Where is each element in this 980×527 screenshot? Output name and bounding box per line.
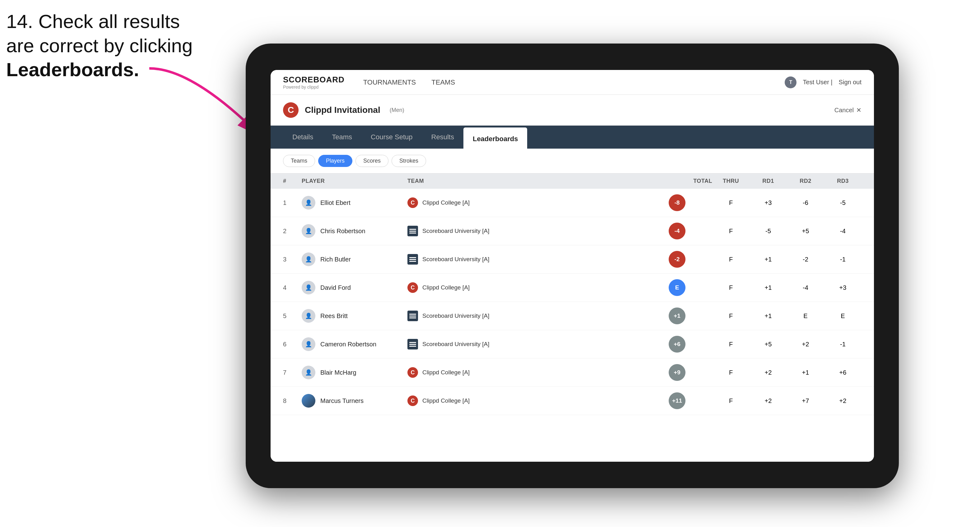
cancel-button[interactable]: Cancel ✕ [834, 106, 862, 114]
player-name: Blair McHarg [320, 369, 356, 376]
nav-teams[interactable]: TEAMS [431, 76, 455, 89]
nav-right: T Test User | Sign out [785, 76, 862, 88]
player-name: Marcus Turners [320, 397, 364, 405]
tab-leaderboards[interactable]: Leaderboards [463, 127, 528, 149]
table-row: 5 👤 Rees Britt Scoreboard University [A]… [270, 302, 874, 330]
header-player: PLAYER [302, 178, 407, 184]
rd2-cell: -6 [787, 199, 824, 206]
team-name: Clippd College [A] [422, 199, 469, 206]
rd3-cell: +6 [824, 369, 862, 376]
score-badge: E [669, 279, 686, 296]
table-row: 4 👤 David Ford C Clippd College [A] E F … [270, 274, 874, 302]
user-avatar: T [785, 76, 797, 88]
rd2-cell: +7 [787, 397, 824, 405]
rank: 4 [283, 284, 302, 291]
tournament-title-area: C Clippd Invitational (Men) [283, 102, 404, 118]
rd2-cell: -4 [787, 284, 824, 291]
player-avatar: 👤 [302, 309, 315, 323]
thru-cell: F [712, 199, 749, 206]
nav-links: TOURNAMENTS TEAMS [363, 76, 785, 89]
rank: 8 [283, 397, 302, 405]
player-avatar [302, 394, 315, 408]
total-cell: +1 [669, 308, 712, 324]
rd1-cell: +1 [749, 256, 787, 263]
player-avatar: 👤 [302, 281, 315, 294]
team-logo-clippd: C [407, 395, 418, 406]
rank: 7 [283, 369, 302, 376]
thru-cell: F [712, 341, 749, 348]
table-row: 8 Marcus Turners C Clippd College [A] +1… [270, 387, 874, 415]
table-row: 6 👤 Cameron Robertson Scoreboard Univers… [270, 330, 874, 359]
logo-area: SCOREBOARD Powered by clippd [283, 75, 345, 89]
nav-tournaments[interactable]: TOURNAMENTS [363, 76, 416, 89]
tournament-badge: (Men) [390, 107, 404, 113]
team-name: Scoreboard University [A] [422, 256, 489, 263]
header-rd3: RD3 [824, 178, 862, 184]
tab-course-setup[interactable]: Course Setup [361, 125, 422, 149]
player-name: Rich Butler [320, 256, 351, 263]
total-cell: +9 [669, 364, 712, 381]
user-label: Test User | [803, 79, 832, 86]
tab-details[interactable]: Details [283, 125, 323, 149]
rd1-cell: +5 [749, 341, 787, 348]
team-cell: C Clippd College [A] [407, 197, 669, 208]
player-cell: 👤 Rees Britt [302, 309, 407, 323]
team-cell: Scoreboard University [A] [407, 311, 669, 321]
rd3-cell: -1 [824, 256, 862, 263]
filter-strokes[interactable]: Strokes [391, 155, 426, 167]
total-cell: -8 [669, 194, 712, 211]
team-logo-sb [407, 339, 418, 349]
tab-results[interactable]: Results [422, 125, 463, 149]
top-nav: SCOREBOARD Powered by clippd TOURNAMENTS… [270, 70, 874, 95]
tournament-icon: C [283, 102, 299, 118]
team-cell: Scoreboard University [A] [407, 339, 669, 349]
instruction-text: 14. Check all results are correct by cli… [6, 10, 193, 82]
tab-teams[interactable]: Teams [323, 125, 361, 149]
tablet-frame: SCOREBOARD Powered by clippd TOURNAMENTS… [246, 43, 899, 488]
table-row: 7 👤 Blair McHarg C Clippd College [A] +9… [270, 359, 874, 387]
player-avatar: 👤 [302, 366, 315, 379]
team-logo-sb [407, 226, 418, 236]
score-badge: -2 [669, 251, 686, 268]
team-name: Scoreboard University [A] [422, 313, 489, 319]
thru-cell: F [712, 256, 749, 263]
rd3-cell: -1 [824, 341, 862, 348]
score-badge: +9 [669, 364, 686, 381]
rd1-cell: +3 [749, 199, 787, 206]
table-row: 2 👤 Chris Robertson Scoreboard Universit… [270, 217, 874, 245]
player-name: Elliot Ebert [320, 199, 350, 206]
logo-text: SCOREBOARD [283, 75, 345, 84]
rd2-cell: +1 [787, 369, 824, 376]
thru-cell: F [712, 228, 749, 235]
rd3-cell: -4 [824, 228, 862, 235]
score-badge: +1 [669, 308, 686, 324]
filter-players[interactable]: Players [318, 155, 352, 167]
thru-cell: F [712, 397, 749, 405]
sign-out-link[interactable]: Sign out [839, 79, 862, 86]
table-row: 1 👤 Elliot Ebert C Clippd College [A] -8… [270, 189, 874, 217]
header-team: TEAM [407, 178, 669, 184]
player-name: Rees Britt [320, 313, 348, 320]
rank: 2 [283, 228, 302, 235]
player-avatar: 👤 [302, 252, 315, 266]
rd2-cell: -2 [787, 256, 824, 263]
player-cell: Marcus Turners [302, 394, 407, 408]
score-badge: +11 [669, 392, 686, 409]
rd1-cell: -5 [749, 228, 787, 235]
filter-teams[interactable]: Teams [283, 155, 315, 167]
team-cell: C Clippd College [A] [407, 282, 669, 293]
player-avatar: 👤 [302, 196, 315, 210]
rd1-cell: +2 [749, 397, 787, 405]
filter-bar: Teams Players Scores Strokes [270, 149, 874, 173]
player-avatar: 👤 [302, 224, 315, 238]
thru-cell: F [712, 284, 749, 291]
filter-scores[interactable]: Scores [355, 155, 388, 167]
team-name: Clippd College [A] [422, 284, 469, 291]
tablet-screen: SCOREBOARD Powered by clippd TOURNAMENTS… [270, 70, 874, 462]
player-cell: 👤 Elliot Ebert [302, 196, 407, 210]
rank: 1 [283, 199, 302, 206]
rank: 3 [283, 256, 302, 263]
team-name: Clippd College [A] [422, 369, 469, 376]
rd2-cell: E [787, 313, 824, 320]
player-name: Cameron Robertson [320, 341, 376, 348]
